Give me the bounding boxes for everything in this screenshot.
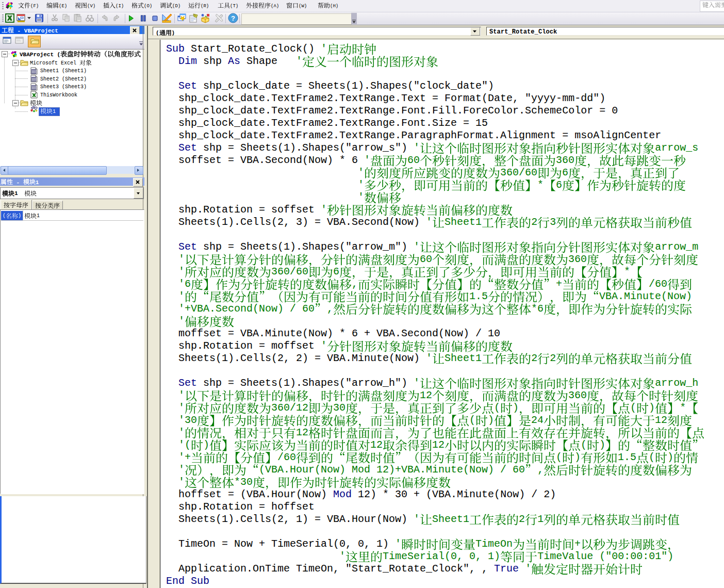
svg-text:?: ?	[231, 14, 235, 22]
